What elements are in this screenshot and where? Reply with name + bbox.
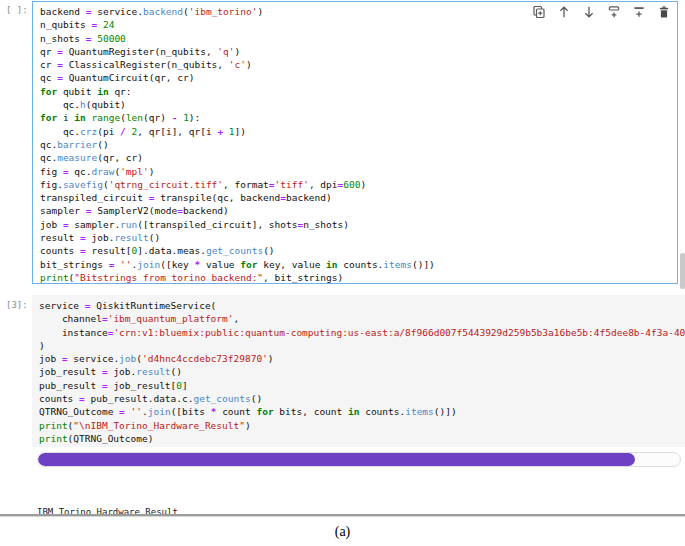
insert-above-icon bbox=[607, 5, 621, 19]
delete-cell-icon bbox=[657, 5, 671, 19]
move-cell-up-button[interactable] bbox=[557, 5, 571, 19]
figure-bottom-border bbox=[0, 514, 685, 517]
move-down-icon bbox=[582, 5, 596, 19]
duplicate-cell-button[interactable] bbox=[532, 5, 546, 19]
move-up-icon bbox=[557, 5, 571, 19]
insert-cell-above-button[interactable] bbox=[607, 5, 621, 19]
move-cell-down-button[interactable] bbox=[582, 5, 596, 19]
cell-toolbar bbox=[532, 5, 671, 19]
delete-cell-button[interactable] bbox=[657, 5, 671, 19]
scrollbar-thumb[interactable] bbox=[680, 253, 685, 289]
insert-below-icon bbox=[632, 5, 646, 19]
duplicate-cell-icon bbox=[532, 5, 546, 19]
cell-2-editor[interactable]: service = QiskitRuntimeService( channel=… bbox=[32, 295, 685, 447]
job-progress-bar bbox=[37, 452, 681, 467]
cell-1-code-area[interactable]: backend = service.backend('ibm_torino')n… bbox=[40, 5, 673, 284]
cell-2-output-text: IBM_Torino_Hardware_Result 1101010101000… bbox=[37, 484, 685, 515]
figure-caption: (a) bbox=[0, 524, 685, 540]
job-progress-fill bbox=[38, 453, 635, 466]
cell-2-code-area[interactable]: service = QiskitRuntimeService( channel=… bbox=[39, 299, 681, 445]
cell-1-editor[interactable]: backend = service.backend('ibm_torino')n… bbox=[32, 1, 678, 284]
insert-cell-below-button[interactable] bbox=[632, 5, 646, 19]
cell-2-prompt: [3]: bbox=[6, 300, 28, 310]
cell-1-prompt: [ ]: bbox=[6, 5, 28, 15]
